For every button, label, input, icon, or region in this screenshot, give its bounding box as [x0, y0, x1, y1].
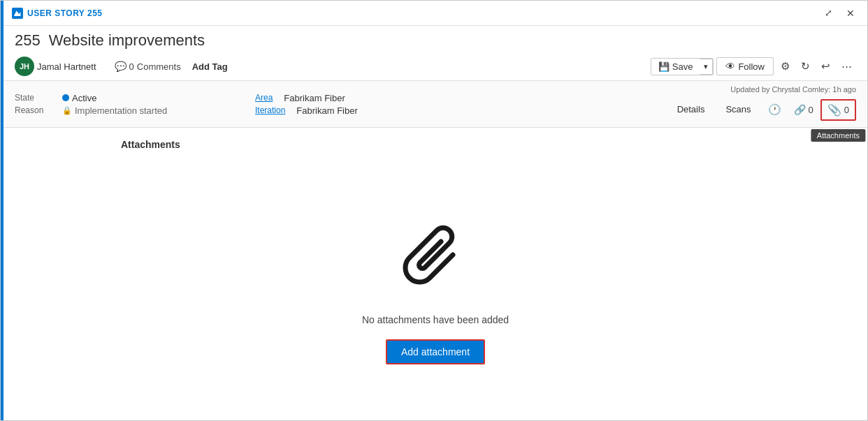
toolbar-left: JH Jamal Hartnett 💬 0 Comments Add Tag — [15, 57, 232, 76]
restore-icon: ⤢ — [825, 8, 832, 18]
state-text: Active — [72, 93, 96, 103]
content-area: Attachments No attachments have been add… — [3, 128, 867, 420]
comments-label: Comments — [137, 61, 181, 72]
updated-text: Updated by Chrystal Comley: 1h ago — [730, 85, 856, 94]
save-icon: 💾 — [658, 61, 670, 72]
gear-icon: ⚙ — [781, 60, 790, 73]
reason-label: Reason — [15, 105, 57, 115]
refresh-button[interactable]: ↻ — [797, 57, 814, 75]
toolbar-row: JH Jamal Hartnett 💬 0 Comments Add Tag 💾 — [15, 54, 856, 80]
iteration-label[interactable]: Iteration — [255, 105, 285, 115]
work-item-window: USER STORY 255 ⤢ ✕ 255 Website improveme… — [0, 0, 868, 421]
avatar: JH — [15, 57, 34, 76]
attachments-heading: Attachments — [121, 139, 750, 150]
restore-button[interactable]: ⤢ — [820, 6, 837, 20]
comments-button[interactable]: 💬 0 Comments — [110, 59, 185, 73]
eye-icon: 👁 — [725, 61, 735, 72]
comment-icon: 💬 — [115, 61, 126, 72]
area-field: Area Fabrikam Fiber — [255, 93, 375, 103]
add-tag-button[interactable]: Add Tag — [188, 60, 232, 73]
work-item-number: 255 — [15, 31, 41, 50]
work-item-header: 255 Website improvements JH Jamal Hartne… — [3, 26, 867, 81]
toolbar-right: 💾 Save ▾ 👁 Follow ⚙ — [651, 57, 856, 75]
attachment-count: 0 — [844, 105, 849, 115]
no-attachments-text: No attachments have been added — [362, 314, 509, 325]
azure-devops-icon — [12, 8, 23, 19]
title-row: 255 Website improvements — [15, 31, 856, 50]
paperclip-icon: 📎 — [827, 103, 841, 117]
state-value: Active — [62, 93, 96, 103]
reason-field: Reason 🔒 Implementation started — [15, 105, 238, 116]
state-field: State Active — [15, 93, 238, 103]
save-button[interactable]: 💾 Save — [651, 59, 700, 75]
follow-button[interactable]: 👁 Follow — [716, 57, 774, 75]
refresh-icon: ↻ — [801, 60, 810, 73]
scans-tab[interactable]: Scans — [716, 96, 760, 123]
ellipsis-icon: ⋯ — [841, 60, 852, 73]
more-options-button[interactable]: ⋯ — [837, 57, 856, 75]
title-bar-left: USER STORY 255 — [12, 8, 103, 19]
link-count: 0 — [809, 105, 813, 115]
close-icon: ✕ — [846, 8, 855, 19]
undo-button[interactable]: ↩ — [817, 57, 834, 75]
area-label[interactable]: Area — [255, 93, 273, 103]
iteration-field: Iteration Fabrikam Fiber — [255, 105, 375, 116]
title-bar: USER STORY 255 ⤢ ✕ — [3, 1, 867, 26]
iteration-value: Fabrikam Fiber — [296, 105, 357, 116]
title-bar-label: USER STORY 255 — [27, 8, 103, 18]
history-icon: 🕐 — [768, 103, 781, 116]
details-tab[interactable]: Details — [667, 96, 715, 123]
state-dot — [62, 94, 69, 101]
comments-count: 0 — [129, 61, 134, 72]
attachments-button[interactable]: 📎 0 — [820, 99, 856, 121]
reason-text: Implementation started — [75, 105, 167, 116]
state-label: State — [15, 93, 57, 103]
author-name: Jamal Hartnett — [37, 61, 96, 72]
add-attachment-button[interactable]: Add attachment — [386, 339, 485, 364]
work-item-title: Website improvements — [49, 31, 205, 50]
close-button[interactable]: ✕ — [842, 6, 859, 20]
follow-label: Follow — [738, 61, 765, 72]
undo-icon: ↩ — [821, 60, 830, 73]
meta-fields-bar: State Active Reason 🔒 Implementation sta… — [3, 81, 867, 128]
history-button[interactable]: 🕐 — [762, 101, 787, 119]
empty-attachments-area: No attachments have been added Add attac… — [362, 178, 509, 409]
save-label: Save — [672, 61, 693, 72]
area-value: Fabrikam Fiber — [284, 93, 345, 103]
link-icon: 🔗 — [794, 104, 806, 115]
save-dropdown-button[interactable]: ▾ — [700, 59, 713, 75]
title-bar-controls: ⤢ ✕ — [820, 6, 859, 20]
settings-button[interactable]: ⚙ — [776, 57, 794, 75]
reason-value: 🔒 Implementation started — [62, 105, 167, 116]
lock-icon: 🔒 — [62, 106, 72, 115]
chevron-down-icon: ▾ — [704, 62, 708, 71]
large-paperclip-icon — [400, 223, 470, 300]
links-button[interactable]: 🔗 0 — [788, 101, 819, 118]
